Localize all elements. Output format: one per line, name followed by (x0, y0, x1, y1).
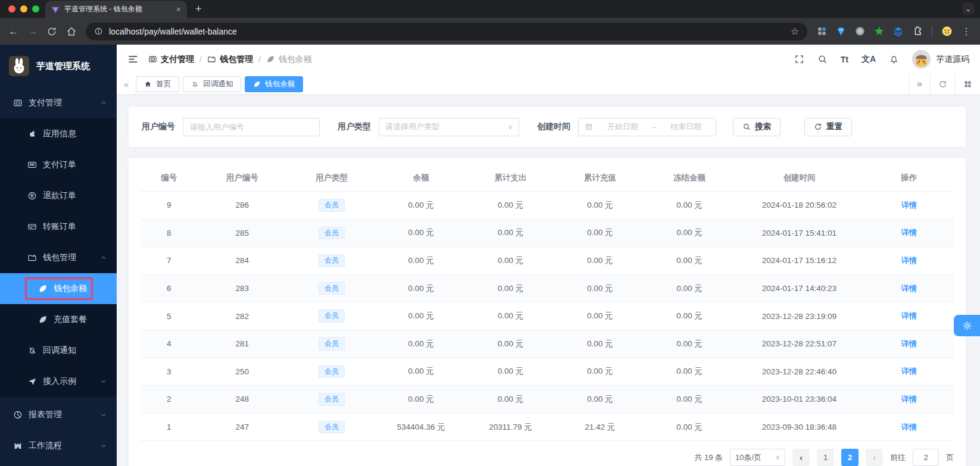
cell: 0.00 元 (466, 386, 555, 414)
search-icon[interactable] (817, 54, 828, 64)
fullscreen-icon[interactable] (794, 54, 804, 64)
profile-avatar-icon[interactable] (941, 26, 953, 37)
new-tab-button[interactable]: + (195, 1, 202, 18)
forward-button[interactable]: → (27, 26, 38, 36)
breadcrumb-item-wallet[interactable]: 钱包管理 (207, 54, 253, 65)
cell-action: 详情 (864, 219, 954, 247)
tab-search-chevron-icon[interactable]: ⌄ (962, 3, 974, 15)
detail-link[interactable]: 详情 (901, 284, 917, 293)
tab-wallet-balance[interactable]: 钱包余额 (245, 76, 303, 92)
next-page-button[interactable]: › (866, 449, 883, 466)
cell: 1 (141, 413, 198, 441)
cell: 2023-09-30 18:36:48 (734, 413, 864, 441)
scroll-tabs-left-icon[interactable]: « (124, 79, 129, 89)
cell-action: 详情 (864, 413, 954, 441)
cell: 0.00 元 (555, 386, 645, 414)
cell-action: 详情 (864, 274, 954, 302)
sidebar-item-recharge-package[interactable]: 充值套餐 (0, 304, 117, 335)
cell: 0.00 元 (645, 219, 734, 247)
detail-link[interactable]: 详情 (901, 367, 917, 376)
user-id-input[interactable] (183, 118, 320, 136)
cell: 6 (141, 274, 198, 302)
reset-button[interactable]: 重置 (804, 118, 852, 136)
table-row: 5282会员0.00 元0.00 元0.00 元0.00 元2023-12-28… (141, 302, 954, 330)
breadcrumb-item-payment[interactable]: 支付管理 (148, 54, 194, 65)
sidebar-item-pay-order[interactable]: 支付订单 (0, 149, 117, 180)
sidebar-item-transfer-order[interactable]: 转账订单 (0, 211, 117, 242)
leaf-icon (38, 315, 48, 324)
detail-link[interactable]: 详情 (901, 339, 917, 348)
site-info-icon[interactable] (94, 27, 103, 36)
sidebar-item-callback-notify[interactable]: 回调通知 (0, 335, 117, 366)
collapse-sidebar-icon[interactable] (127, 54, 139, 65)
close-tab-icon[interactable]: × (176, 5, 181, 14)
sidebar-item-report[interactable]: 报表管理 (0, 399, 117, 430)
detail-link[interactable]: 详情 (901, 201, 917, 209)
search-button[interactable]: 搜索 (733, 118, 781, 136)
detail-link[interactable]: 详情 (901, 395, 917, 404)
devtools-extension-icon[interactable] (816, 26, 828, 37)
window-controls (8, 5, 39, 12)
sidebar-item-label: 支付管理 (29, 98, 62, 108)
user-menu[interactable]: 芋道源码 (912, 50, 969, 68)
translate-icon[interactable]: 文A (862, 54, 876, 65)
sidebar-item-app-info[interactable]: 应用信息 (0, 118, 117, 149)
table-row: 4281会员0.00 元0.00 元0.00 元0.00 元2023-12-28… (141, 330, 954, 358)
bookmark-star-icon[interactable]: ☆ (791, 26, 799, 37)
tab-home[interactable]: 首页 (136, 76, 179, 92)
back-button[interactable]: ← (8, 26, 18, 36)
sidebar-item-integration-demo[interactable]: 接入示例 (0, 366, 117, 397)
browser-tab[interactable]: 芋道管理系统 - 钱包余额 × (45, 1, 187, 18)
font-size-icon[interactable]: Tt (841, 55, 848, 64)
cell: 0.00 元 (466, 247, 555, 275)
detail-link[interactable]: 详情 (901, 256, 917, 265)
gem-extension-icon[interactable] (835, 26, 847, 37)
sidebar-item-label: 接入示例 (43, 376, 76, 387)
refresh-page-button[interactable] (930, 74, 955, 94)
filter-user-id: 用户编号 (142, 118, 320, 136)
cell-user-type: 会员 (287, 219, 376, 247)
cell: 9 (141, 192, 198, 220)
reload-button[interactable] (46, 26, 57, 37)
cell: 283 (198, 274, 287, 302)
column-balance: 余额 (376, 165, 466, 192)
address-bar[interactable]: localhost/pay/wallet/wallet-balance ☆ (86, 23, 807, 40)
page-size-select[interactable]: 10条/页 ∨ (730, 449, 785, 466)
layers-extension-icon[interactable] (892, 26, 904, 37)
detail-link[interactable]: 详情 (901, 423, 917, 431)
star-extension-icon[interactable] (873, 26, 885, 37)
goto-page-input[interactable] (913, 449, 939, 466)
sidebar-item-wallet-balance[interactable]: 钱包余额 (0, 273, 117, 304)
sidebar-item-payment[interactable]: 支付管理 (0, 87, 117, 118)
theme-settings-button[interactable] (954, 315, 980, 336)
user-type-select[interactable]: 请选择用户类型 ∨ (379, 118, 519, 136)
column-actions: 操作 (864, 165, 954, 192)
breadcrumb-label: 钱包余额 (279, 54, 312, 65)
cell: 534404.36 元 (376, 413, 466, 441)
scroll-tabs-right-button[interactable]: » (909, 74, 930, 94)
sidebar-logo[interactable]: 芋道管理系统 (0, 45, 117, 87)
chevron-down-icon (100, 442, 107, 449)
sidebar-item-refund-order[interactable]: 退款订单 (0, 180, 117, 211)
column-total-recharge: 累计充值 (555, 165, 645, 192)
date-range-picker[interactable]: 开始日期 – 结束日期 (578, 118, 716, 136)
detail-link[interactable]: 详情 (901, 228, 917, 237)
home-button[interactable] (66, 26, 77, 37)
cell-user-type: 会员 (287, 413, 376, 441)
payment-submenu: 应用信息 支付订单 退款订单 转账订单 钱包管理 钱包余额 (0, 118, 117, 397)
page-button-1[interactable]: 1 (817, 449, 834, 466)
tab-callback-notify[interactable]: 回调通知 (183, 76, 241, 92)
close-window-button[interactable] (8, 5, 15, 12)
browser-menu-icon[interactable]: ⋮ (962, 26, 972, 37)
extensions-puzzle-icon[interactable] (912, 26, 923, 37)
circle-extension-icon[interactable] (854, 26, 866, 37)
page-button-2[interactable]: 2 (841, 449, 859, 466)
sidebar-item-workflow[interactable]: 工作流程 (0, 430, 117, 461)
sidebar-item-wallet[interactable]: 钱包管理 (0, 242, 117, 273)
minimize-window-button[interactable] (20, 5, 27, 12)
notification-bell-icon[interactable] (889, 54, 899, 64)
prev-page-button[interactable]: ‹ (792, 449, 810, 466)
detail-link[interactable]: 详情 (901, 311, 917, 320)
zoom-window-button[interactable] (32, 5, 39, 12)
layout-grid-button[interactable] (955, 74, 980, 94)
